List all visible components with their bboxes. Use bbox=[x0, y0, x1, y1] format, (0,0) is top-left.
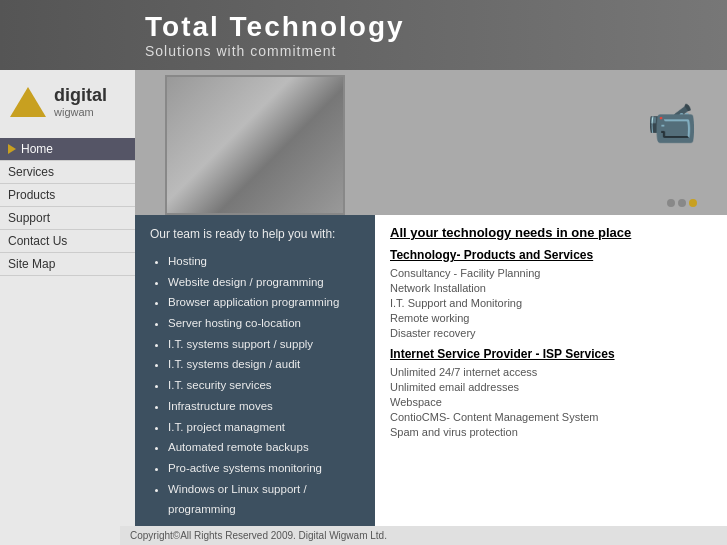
footer: Copyright©All Rights Reserved 2009. Digi… bbox=[120, 526, 727, 545]
service-item: Unlimited 24/7 internet access bbox=[390, 366, 712, 378]
service-item: Network Installation bbox=[390, 282, 712, 294]
header: Total Technology Solutions with commitme… bbox=[0, 0, 727, 70]
sidebar: digital wigwam Home Services Products Su… bbox=[0, 70, 135, 545]
section-title-0: Technology- Products and Services bbox=[390, 248, 712, 262]
list-item: Browser application programming bbox=[168, 292, 360, 313]
list-item: I.T. security services bbox=[168, 375, 360, 396]
service-item: Remote working bbox=[390, 312, 712, 324]
section-title-1: Internet Service Provider - ISP Services bbox=[390, 347, 712, 361]
content-area: 📹 Our team is ready to help you with: Ho… bbox=[135, 70, 727, 545]
nav-label-products: Products bbox=[8, 188, 55, 202]
logo-area: digital wigwam bbox=[0, 70, 135, 133]
service-item: Disaster recovery bbox=[390, 327, 712, 339]
nav-item-home[interactable]: Home bbox=[0, 138, 135, 161]
left-intro: Our team is ready to help you with: bbox=[150, 227, 360, 241]
banner-dots bbox=[667, 199, 697, 207]
nav-item-services[interactable]: Services bbox=[0, 161, 135, 184]
service-item: Unlimited email addresses bbox=[390, 381, 712, 393]
banner-image bbox=[165, 75, 345, 215]
nav-label-sitemap: Site Map bbox=[8, 257, 55, 271]
list-item: I.T. systems design / audit bbox=[168, 354, 360, 375]
logo-company: digital bbox=[54, 85, 107, 105]
right-content-panel: All your technology needs in one place T… bbox=[375, 215, 727, 545]
dot-1 bbox=[667, 199, 675, 207]
nav-arrow-icon bbox=[8, 144, 16, 154]
list-item: Automated remote backups bbox=[168, 437, 360, 458]
service-item: Spam and virus protection bbox=[390, 426, 712, 438]
services-list: Hosting Website design / programming Bro… bbox=[150, 251, 360, 520]
service-item: Consultancy - Facility Planning bbox=[390, 267, 712, 279]
nav-menu: Home Services Products Support Contact U… bbox=[0, 138, 135, 276]
nav-item-products[interactable]: Products bbox=[0, 184, 135, 207]
nav-item-contact[interactable]: Contact Us bbox=[0, 230, 135, 253]
list-item: Server hosting co-location bbox=[168, 313, 360, 334]
dot-2 bbox=[678, 199, 686, 207]
nav-label-services: Services bbox=[8, 165, 54, 179]
service-item: ContioCMS- Content Management System bbox=[390, 411, 712, 423]
list-item: I.T. systems support / supply bbox=[168, 334, 360, 355]
service-item: Webspace bbox=[390, 396, 712, 408]
main-wrapper: digital wigwam Home Services Products Su… bbox=[0, 70, 727, 545]
logo-text-block: digital wigwam bbox=[54, 85, 107, 118]
nav-item-support[interactable]: Support bbox=[0, 207, 135, 230]
list-item: Website design / programming bbox=[168, 272, 360, 293]
camera-icon: 📹 bbox=[647, 100, 697, 147]
banner: 📹 bbox=[135, 70, 727, 215]
footer-text: Copyright©All Rights Reserved 2009. Digi… bbox=[130, 530, 387, 541]
list-item: Hosting bbox=[168, 251, 360, 272]
content-bottom: Our team is ready to help you with: Host… bbox=[135, 215, 727, 545]
list-item: Pro-active systems monitoring bbox=[168, 458, 360, 479]
header-text-block: Total Technology Solutions with commitme… bbox=[145, 11, 405, 59]
list-item: I.T. project managment bbox=[168, 417, 360, 438]
list-item: Infrastructure moves bbox=[168, 396, 360, 417]
nav-label-home: Home bbox=[21, 142, 53, 156]
nav-label-contact: Contact Us bbox=[8, 234, 67, 248]
left-content-panel: Our team is ready to help you with: Host… bbox=[135, 215, 375, 545]
dot-3 bbox=[689, 199, 697, 207]
logo-sub: wigwam bbox=[54, 106, 107, 118]
logo-triangle-icon bbox=[10, 87, 46, 117]
site-title: Total Technology bbox=[145, 11, 405, 43]
nav-item-sitemap[interactable]: Site Map bbox=[0, 253, 135, 276]
list-item: Windows or Linux support / programming bbox=[168, 479, 360, 520]
right-main-title: All your technology needs in one place bbox=[390, 225, 712, 240]
nav-label-support: Support bbox=[8, 211, 50, 225]
service-item: I.T. Support and Monitoring bbox=[390, 297, 712, 309]
site-subtitle: Solutions with commitment bbox=[145, 43, 405, 59]
